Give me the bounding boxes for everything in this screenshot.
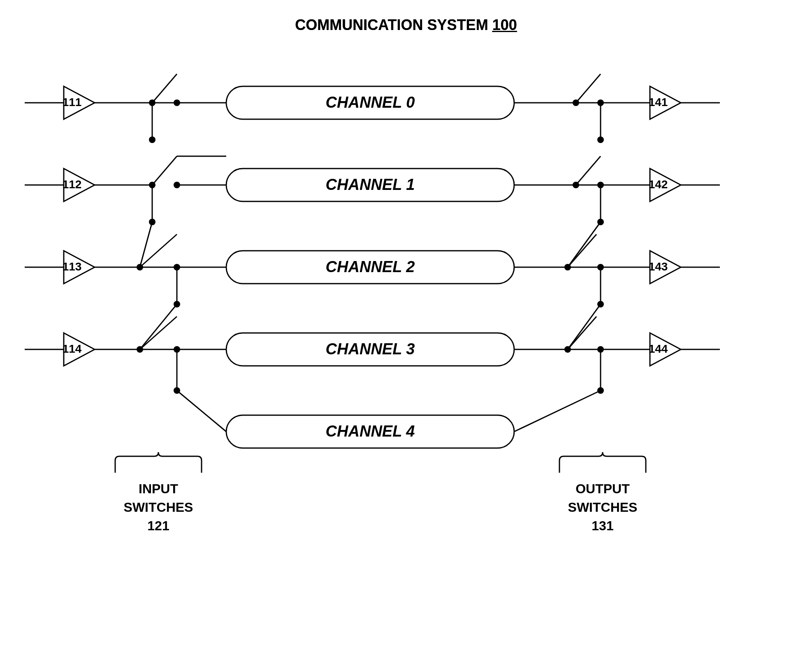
svg-text:141: 141: [649, 96, 668, 109]
svg-text:SWITCHES: SWITCHES: [124, 500, 193, 515]
svg-line-54: [140, 222, 152, 267]
svg-text:INPUT: INPUT: [139, 481, 178, 496]
svg-line-94: [568, 304, 601, 349]
svg-text:111: 111: [63, 96, 82, 109]
svg-text:131: 131: [592, 518, 613, 533]
svg-text:SWITCHES: SWITCHES: [568, 500, 638, 515]
svg-line-102: [0, 0, 226, 415]
svg-text:OUTPUT: OUTPUT: [575, 481, 630, 496]
svg-line-8: [152, 74, 177, 103]
svg-text:CHANNEL 3: CHANNEL 3: [326, 340, 415, 358]
main-diagram: 111 CHANNEL 0 141: [0, 0, 812, 654]
svg-text:144: 144: [649, 342, 668, 355]
svg-line-101: [177, 391, 226, 432]
svg-line-32: [152, 156, 177, 185]
svg-line-80: [140, 304, 177, 349]
svg-text:113: 113: [63, 260, 82, 273]
svg-point-7: [149, 136, 155, 143]
svg-line-70: [568, 222, 601, 267]
svg-text:143: 143: [649, 260, 668, 273]
svg-text:CHANNEL 4: CHANNEL 4: [326, 423, 415, 440]
svg-text:CHANNEL 0: CHANNEL 0: [326, 94, 415, 111]
svg-text:CHANNEL 2: CHANNEL 2: [326, 258, 415, 275]
svg-line-81: [140, 317, 177, 349]
svg-text:121: 121: [147, 518, 169, 533]
svg-line-18: [576, 74, 601, 103]
diagram-container: COMMUNICATION SYSTEM 100 111: [0, 0, 812, 654]
svg-text:CHANNEL 1: CHANNEL 1: [326, 176, 415, 193]
svg-point-20: [597, 136, 604, 143]
svg-point-35: [174, 182, 180, 188]
svg-text:114: 114: [63, 342, 82, 355]
page-title: COMMUNICATION SYSTEM 100: [295, 16, 517, 34]
svg-text:112: 112: [63, 178, 82, 191]
svg-line-55: [140, 234, 177, 267]
svg-line-42: [576, 156, 601, 185]
svg-text:142: 142: [649, 178, 668, 191]
svg-line-105: [514, 391, 601, 432]
